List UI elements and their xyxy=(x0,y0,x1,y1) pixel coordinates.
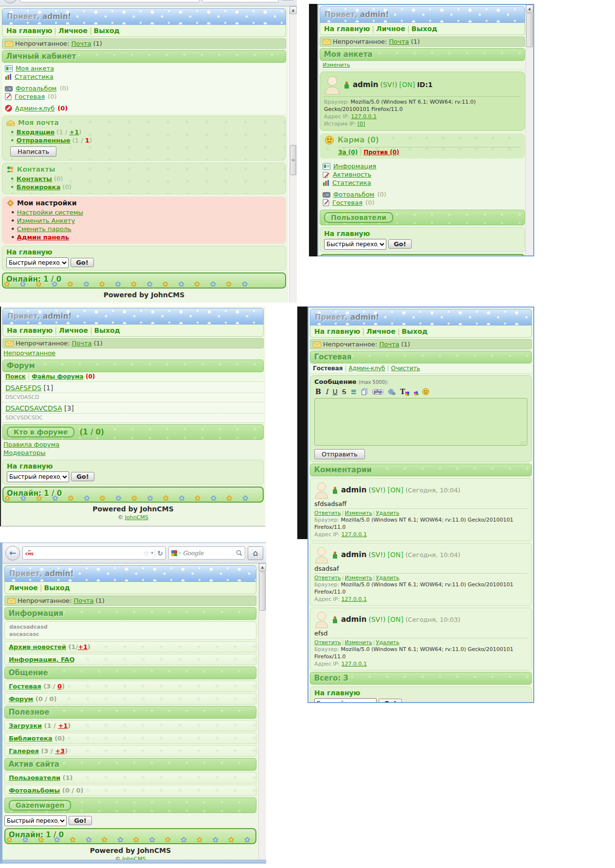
guestbook-link[interactable]: Гостевая xyxy=(15,93,45,100)
scroll-up-icon[interactable]: ▲ xyxy=(259,563,266,571)
nav-personal-link[interactable]: Личное xyxy=(366,327,396,335)
home-link[interactable]: На главную xyxy=(324,230,370,237)
link-icon[interactable] xyxy=(388,389,396,395)
unread-mail-link[interactable]: Почта xyxy=(389,38,409,45)
clear-link[interactable]: Очистить xyxy=(391,365,420,372)
bookmark-star-icon[interactable]: ☆ xyxy=(143,549,149,558)
who-in-forum-button[interactable]: Кто в форуме xyxy=(7,427,74,437)
reply-link[interactable]: Ответить xyxy=(314,639,341,646)
change-password-link[interactable]: Сменить пароль xyxy=(17,225,72,233)
forum-section-link[interactable]: DSACDSAVCDSA xyxy=(5,404,62,412)
ip-link[interactable]: 127.0.0.1 xyxy=(342,661,367,667)
edit-link[interactable]: Изменить xyxy=(344,575,372,581)
news-archive-link[interactable]: Архив новостей xyxy=(9,643,66,651)
magnifier-icon[interactable] xyxy=(236,550,242,556)
nav-personal-link[interactable]: Личное xyxy=(9,584,38,592)
activity-link[interactable]: Активность xyxy=(333,171,371,178)
quick-nav-select[interactable]: Быстрый переход xyxy=(7,471,69,482)
message-textarea[interactable] xyxy=(314,398,527,446)
scroll-up-icon[interactable]: ▲ xyxy=(526,5,533,13)
scrollbar-thumb[interactable] xyxy=(526,13,533,47)
nav-personal-link[interactable]: Личное xyxy=(376,25,405,33)
go-button[interactable]: Go! xyxy=(388,239,412,249)
search-input[interactable]: ▾ Google xyxy=(168,546,245,560)
underline-icon[interactable]: U xyxy=(332,388,337,396)
photoalbum-link[interactable]: Фотоальбом xyxy=(333,191,374,198)
johncms-link[interactable]: JohnCMS xyxy=(125,514,148,521)
bold-icon[interactable]: B xyxy=(315,388,321,396)
copy-icon[interactable] xyxy=(361,388,368,395)
delete-link[interactable]: Удалить xyxy=(376,575,399,581)
go-button[interactable]: Go! xyxy=(71,258,94,267)
scroll-up-icon[interactable]: ▲ xyxy=(289,6,297,14)
counter-button[interactable]: Gazenwagen xyxy=(9,800,71,811)
guestbook-link[interactable]: Гостевая xyxy=(332,199,362,206)
php-code-icon[interactable]: php xyxy=(372,389,383,395)
forum-files-link[interactable]: Файлы форума xyxy=(32,373,84,380)
reply-link[interactable]: Ответить xyxy=(314,510,341,516)
list-icon[interactable]: ≡ xyxy=(351,387,357,396)
search-input[interactable]: ▾ Google xyxy=(202,0,279,2)
home-link[interactable]: На главную xyxy=(6,248,52,256)
karma-for-link[interactable]: За (0) xyxy=(338,149,358,156)
nav-personal-link[interactable]: Личное xyxy=(58,27,88,35)
nav-exit-link[interactable]: Выход xyxy=(94,27,120,35)
delete-link[interactable]: Удалить xyxy=(376,510,399,516)
statistics-link[interactable]: Статистика xyxy=(15,73,54,80)
unread-mail-link[interactable]: Почта xyxy=(379,341,399,348)
admin-club-link[interactable]: Админ-клуб xyxy=(15,105,54,112)
scrollbar-thumb[interactable]: ≡ xyxy=(290,145,296,175)
nav-exit-link[interactable]: Выход xyxy=(402,327,428,335)
go-button[interactable]: Go! xyxy=(379,699,402,703)
url-bar[interactable]: ⌐CMS ☆ ▼ ↻ xyxy=(22,546,166,560)
tab-groups-button[interactable]: ▪▪ xyxy=(281,0,294,0)
users-button[interactable]: Пользователи xyxy=(324,212,393,223)
resize-grip-icon[interactable]: ::: xyxy=(521,441,526,445)
strike-icon[interactable]: S xyxy=(342,388,346,396)
nav-home-link[interactable]: На главную xyxy=(324,25,370,33)
users-link[interactable]: Пользователи xyxy=(9,774,60,781)
johncms-link[interactable]: JohnCMS xyxy=(122,856,145,860)
unread-topics-link[interactable]: Непрочитанное xyxy=(3,349,55,357)
unread-mail-link[interactable]: Почта xyxy=(72,340,91,347)
home-link[interactable]: На главную xyxy=(7,462,53,470)
statistics-link[interactable]: Статистика xyxy=(332,179,371,186)
text-color-icon[interactable]: T xyxy=(400,388,409,396)
reload-icon[interactable]: ↻ xyxy=(155,549,163,557)
tab-guestbook[interactable]: Гостевая xyxy=(313,365,343,372)
quick-nav-select[interactable]: Быстрый переход xyxy=(4,815,67,826)
forum-link[interactable]: Форум xyxy=(9,695,33,703)
scrollbar[interactable]: ▲ xyxy=(258,563,266,860)
inbox-new-count[interactable]: +1 xyxy=(69,128,79,136)
go-button[interactable]: Go! xyxy=(71,472,94,481)
ip-history-link[interactable]: [0] xyxy=(358,121,365,127)
downloads-link[interactable]: Загрузки xyxy=(9,722,42,729)
scrollbar[interactable]: ▲ xyxy=(525,5,533,255)
edit-profile-link[interactable]: Изменить xyxy=(323,62,350,68)
photoalbums-link[interactable]: Фотоальбомы xyxy=(9,787,60,794)
scrollbar[interactable]: ▲ ≡ xyxy=(289,6,297,303)
nav-home-link[interactable]: На главную xyxy=(314,327,360,335)
nav-home-link[interactable]: На главную xyxy=(7,326,53,334)
forum-section-link[interactable]: DSAFSFDS xyxy=(5,384,41,392)
quick-nav-select[interactable]: Быстрый переход xyxy=(314,698,377,703)
gallery-link[interactable]: Галерея xyxy=(9,747,39,755)
unread-mail-link[interactable]: Почта xyxy=(73,597,93,604)
blocklist-link[interactable]: Блокировка xyxy=(17,183,60,191)
italic-icon[interactable]: I xyxy=(326,388,328,396)
edit-link[interactable]: Изменить xyxy=(344,510,372,516)
unread-mail-link[interactable]: Почта xyxy=(71,40,91,47)
fill-color-icon[interactable] xyxy=(412,387,418,396)
write-message-button[interactable]: Написать xyxy=(10,146,56,157)
photoalbum-link[interactable]: Фотоальбом xyxy=(16,85,56,92)
ip-link[interactable]: 127.0.0.1 xyxy=(342,596,367,602)
sent-link[interactable]: Отправленные xyxy=(17,137,71,144)
nav-home-link[interactable]: На главную xyxy=(6,27,52,35)
home-button[interactable]: ⌂ xyxy=(248,546,263,560)
guestbook-link[interactable]: Гостевая xyxy=(9,683,41,690)
engine-dropdown-icon[interactable]: ▾ xyxy=(179,551,181,555)
contacts-link[interactable]: Контакты xyxy=(17,175,52,182)
go-button[interactable]: Go! xyxy=(69,816,92,825)
nav-personal-link[interactable]: Личное xyxy=(59,326,88,334)
my-profile-link[interactable]: Моя анкета xyxy=(16,65,54,72)
